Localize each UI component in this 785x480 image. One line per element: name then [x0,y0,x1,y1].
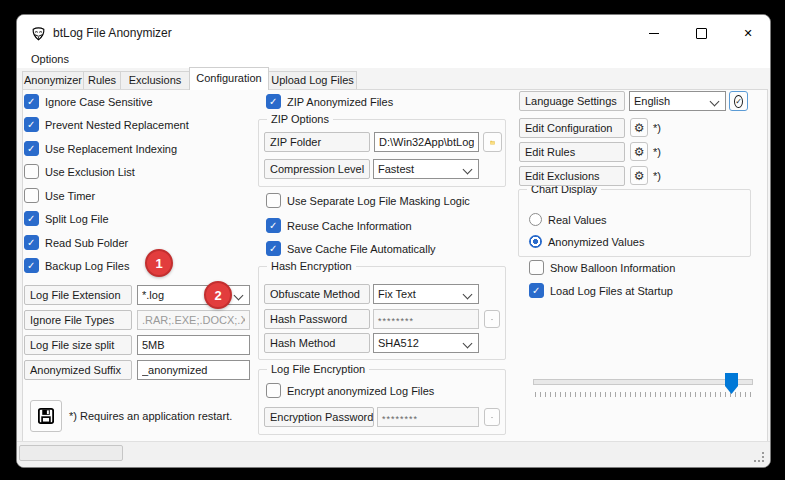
zip-folder-field[interactable]: D:\Win32App\btLogF [374,132,479,152]
window-title: btLog File Anonymizer [53,15,172,51]
checkbox-label: Read Sub Folder [45,237,128,249]
checkbox-encrypt-anonymized-log-files[interactable]: Encrypt anonymized Log Files [266,383,434,398]
label-log-file-size-split: Log File size split [24,335,132,355]
checkbox-label: Reuse Cache Information [287,220,412,232]
checkbox-zip-anonymized-files[interactable]: ZIP Anonymized Files [266,94,393,109]
compression-level-combo[interactable]: Fastest [373,159,479,179]
tab-anonymizer[interactable]: Anonymizer [22,71,84,89]
radio-label: Real Values [548,214,607,226]
tab-rules[interactable]: Rules [83,71,121,89]
checkbox-box [529,260,544,275]
radio-real-values[interactable]: Real Values [529,213,607,226]
label-zip-folder: ZIP Folder [264,132,370,152]
label-compression-level: Compression Level [264,159,370,179]
close-button[interactable]: ✕ [733,19,763,47]
radio-label: Anonymized Values [548,236,644,248]
label-ignore-file-types: Ignore File Types [24,310,132,330]
password-dots: ******** [378,313,414,326]
checkbox-save-cache-automatically[interactable]: Save Cache File Automatically [266,241,436,256]
checkbox-box [24,94,39,109]
checkbox-box [266,218,281,233]
checkbox-read-sub-folder[interactable]: Read Sub Folder [24,235,128,250]
checkbox-backup-log-files[interactable]: Backup Log Files [24,258,129,273]
checkbox-label: Use Replacement Indexing [45,143,177,155]
encryption-password-field[interactable]: ******** [377,407,479,427]
anonymized-suffix-field[interactable]: _anonymized [137,360,250,380]
label-obfuscate-method: Obfuscate Method [264,284,370,304]
minimize-button[interactable] [639,19,669,47]
combo-value: Fastest [378,163,464,175]
chevron-down-icon [463,338,473,348]
apply-language-button[interactable]: ✓ [729,91,748,111]
log-file-size-split-field[interactable]: 5MB [137,335,250,355]
checkbox-label: Encrypt anonymized Log Files [287,385,434,397]
slider-track[interactable] [533,379,753,385]
language-combo[interactable]: English [629,91,726,111]
chevron-down-icon [463,164,473,174]
ignore-file-types-field: .RAR;.EXE;.DOCX;.X [137,310,250,330]
edit-configuration-button[interactable]: ⚙ [630,118,648,137]
checkbox-label: Prevent Nested Replacement [45,119,189,131]
checkbox-show-balloon-information[interactable]: Show Balloon Information [529,260,675,275]
minimize-icon [649,33,659,34]
checkbox-label: ZIP Anonymized Files [287,96,393,108]
maximize-button[interactable] [686,19,716,47]
checkbox-reuse-cache-information[interactable]: Reuse Cache Information [266,218,412,233]
checkbox-load-log-files-at-startup[interactable]: Load Log Files at Startup [529,283,673,298]
tab-exclusions[interactable]: Exclusions [120,71,190,89]
resize-grip[interactable] [762,460,764,462]
checkbox-label: Use Exclusion List [45,166,135,178]
hash-method-combo[interactable]: SHA512 [373,333,479,353]
app-window: btLog File Anonymizer ✕ Options Anonymiz… [16,14,771,468]
checkbox-box [24,141,39,156]
password-dots: ******** [382,411,418,424]
label-edit-exclusions: Edit Exclusions [519,166,625,186]
close-icon: ✕ [743,28,752,39]
browse-folder-button[interactable] [483,132,502,152]
folder-icon [490,137,495,148]
checkbox-box [24,211,39,226]
reveal-hash-password-button[interactable] [484,310,500,328]
label-anonymized-suffix: Anonymized Suffix [24,360,132,380]
reveal-encryption-password-button[interactable] [484,408,500,426]
menu-bar: Options [17,51,770,68]
checkbox-split-log-file[interactable]: Split Log File [24,211,109,226]
gear-icon: ⚙ [634,146,645,158]
status-panel [19,445,123,461]
obfuscate-method-combo[interactable]: Fix Text [373,284,479,304]
group-title: Log File Encryption [267,363,369,375]
restart-asterisk: *) [653,142,661,162]
edit-exclusions-button[interactable]: ⚙ [630,166,648,185]
log-file-extension-combo[interactable]: *.log [137,285,250,305]
checkbox-use-exclusion-list[interactable]: Use Exclusion List [24,164,135,179]
callout-badge-2: 2 [204,281,232,309]
combo-value: Fix Text [378,288,464,300]
label-hash-password: Hash Password [264,309,370,329]
checkbox-use-timer[interactable]: Use Timer [24,188,95,203]
checkbox-box [266,193,281,208]
checkbox-use-replacement-indexing[interactable]: Use Replacement Indexing [24,141,177,156]
radio-anonymized-values[interactable]: Anonymized Values [529,235,644,248]
checkbox-box [24,164,39,179]
menu-item-options[interactable]: Options [27,51,73,68]
hash-password-field[interactable]: ******** [373,309,479,329]
label-language-settings: Language Settings [519,91,625,111]
floppy-disk-icon [37,405,55,427]
field-value: D:\Win32App\btLogF [379,136,474,148]
radio-circle [529,235,542,248]
checkbox-separate-masking-logic[interactable]: Use Separate Log File Masking Logic [266,193,470,208]
tab-configuration[interactable]: Configuration [189,67,269,90]
label-log-file-extension: Log File Extension [24,285,132,305]
checkbox-prevent-nested-replacement[interactable]: Prevent Nested Replacement [24,117,189,132]
tab-upload-log-files[interactable]: Upload Log Files [268,71,357,89]
combo-value: SHA512 [378,337,464,349]
checkbox-ignore-case-sensitive[interactable]: Ignore Case Sensitive [24,94,153,109]
checkbox-label: Use Separate Log File Masking Logic [287,195,470,207]
chevron-down-icon [710,96,720,106]
title-bar: btLog File Anonymizer ✕ [17,15,770,51]
label-hash-method: Hash Method [264,333,370,353]
checkbox-box [266,94,281,109]
edit-rules-button[interactable]: ⚙ [630,142,648,161]
save-button[interactable] [30,400,62,432]
anonymous-mask-icon [30,25,47,42]
